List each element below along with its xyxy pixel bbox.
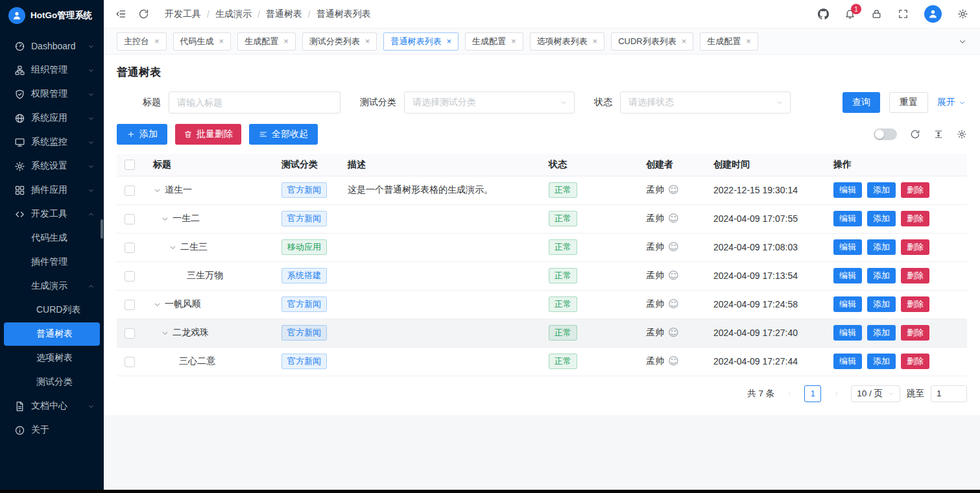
row-add-button[interactable]: 添加	[867, 211, 896, 226]
sidebar-item[interactable]: Dashboard	[4, 34, 100, 58]
sidebar-item[interactable]: 测试分类	[4, 370, 100, 394]
row-add-button[interactable]: 添加	[867, 325, 896, 341]
jump-to-input[interactable]	[931, 385, 967, 402]
tab-close-icon[interactable]: ×	[746, 37, 751, 45]
row-checkbox[interactable]	[125, 243, 135, 253]
search-button[interactable]: 查询	[843, 92, 880, 113]
tab-close-icon[interactable]: ×	[365, 37, 370, 45]
category-select[interactable]: 请选择测试分类	[404, 91, 575, 114]
tab[interactable]: 代码生成×	[173, 32, 232, 51]
sidebar-item[interactable]: CURD列表	[4, 298, 100, 322]
title-input[interactable]	[169, 91, 341, 114]
sidebar-item[interactable]: 开发工具	[4, 202, 100, 226]
next-page-button[interactable]	[828, 385, 844, 402]
tab-close-icon[interactable]: ×	[682, 37, 687, 45]
row-checkbox[interactable]	[125, 357, 135, 367]
expand-arrow-icon[interactable]	[161, 215, 169, 223]
tab-close-icon[interactable]: ×	[511, 37, 516, 45]
sidebar-item[interactable]: 插件管理	[4, 250, 100, 274]
delete-button[interactable]: 删除	[901, 354, 929, 369]
sidebar-item[interactable]: 系统应用	[4, 106, 100, 130]
tab-options-chevron-icon[interactable]	[958, 37, 967, 46]
sidebar-scrollbar[interactable]	[101, 219, 103, 239]
sidebar-item[interactable]: 代码生成	[4, 226, 100, 250]
sidebar-item[interactable]: 权限管理	[4, 82, 100, 106]
edit-button[interactable]: 编辑	[833, 239, 862, 255]
tab[interactable]: 测试分类列表×	[302, 32, 377, 51]
expand-link[interactable]: 展开	[937, 97, 966, 108]
edit-button[interactable]: 编辑	[833, 268, 862, 283]
add-button[interactable]: 添加	[117, 124, 167, 145]
sidebar-item[interactable]: 组织管理	[4, 58, 100, 82]
app-logo-row[interactable]: HotGo管理系统	[0, 0, 104, 31]
row-add-button[interactable]: 添加	[867, 268, 896, 283]
sidebar-collapse-icon[interactable]	[115, 8, 126, 19]
batch-delete-button[interactable]: 批量删除	[175, 124, 241, 145]
user-avatar[interactable]	[924, 5, 942, 23]
table-refresh-icon[interactable]	[910, 129, 920, 139]
tab-close-icon[interactable]: ×	[446, 37, 451, 45]
row-checkbox[interactable]	[125, 186, 135, 196]
breadcrumb-item[interactable]: 普通树表	[266, 8, 302, 20]
sidebar-item[interactable]: 插件应用	[4, 178, 100, 202]
page-refresh-icon[interactable]	[138, 8, 149, 19]
delete-button[interactable]: 删除	[901, 296, 929, 312]
expand-arrow-icon[interactable]	[161, 329, 169, 337]
row-add-button[interactable]: 添加	[867, 182, 896, 198]
row-add-button[interactable]: 添加	[867, 354, 896, 369]
notification-bell-icon[interactable]: 1	[844, 8, 855, 19]
column-height-icon[interactable]	[933, 129, 944, 139]
sidebar-item[interactable]: 系统监控	[4, 130, 100, 154]
tab[interactable]: 选项树表列表×	[530, 32, 605, 51]
row-checkbox[interactable]	[125, 300, 135, 310]
tab-close-icon[interactable]: ×	[593, 37, 598, 45]
tab[interactable]: 主控台×	[117, 32, 167, 51]
page-number-button[interactable]: 1	[804, 385, 821, 402]
select-all-checkbox[interactable]	[125, 160, 135, 170]
delete-button[interactable]: 删除	[901, 211, 929, 226]
lock-icon[interactable]	[871, 8, 882, 19]
tab[interactable]: 生成配置×	[465, 32, 523, 51]
fullscreen-icon[interactable]	[898, 8, 909, 19]
prev-page-button[interactable]	[781, 385, 798, 402]
tab[interactable]: 生成配置×	[700, 32, 758, 51]
edit-button[interactable]: 编辑	[833, 296, 862, 312]
github-icon[interactable]	[818, 8, 829, 19]
tab-close-icon[interactable]: ×	[154, 37, 160, 45]
status-select[interactable]: 请选择状态	[620, 91, 791, 114]
toggle-switch[interactable]	[874, 128, 897, 140]
sidebar-item[interactable]: 文档中心	[4, 394, 100, 418]
row-checkbox[interactable]	[125, 271, 135, 282]
page-size-select[interactable]: 10 / 页	[851, 385, 900, 402]
expand-arrow-icon[interactable]	[153, 186, 161, 195]
breadcrumb-item[interactable]: 生成演示	[215, 8, 252, 20]
delete-button[interactable]: 删除	[901, 325, 929, 341]
sidebar-item[interactable]: 关于	[4, 418, 100, 442]
expand-arrow-icon[interactable]	[169, 243, 177, 252]
tab-close-icon[interactable]: ×	[219, 37, 224, 45]
edit-button[interactable]: 编辑	[833, 354, 862, 369]
edit-button[interactable]: 编辑	[833, 182, 862, 198]
sidebar-item[interactable]: 系统设置	[4, 154, 100, 178]
table-settings-icon[interactable]	[957, 129, 967, 139]
reset-button[interactable]: 重置	[889, 92, 928, 113]
expand-arrow-icon[interactable]	[153, 300, 161, 309]
row-checkbox[interactable]	[125, 328, 135, 339]
edit-button[interactable]: 编辑	[833, 325, 862, 341]
tab[interactable]: 生成配置×	[237, 32, 296, 51]
row-checkbox[interactable]	[125, 214, 135, 224]
tab-close-icon[interactable]: ×	[283, 37, 289, 45]
sidebar-item[interactable]: 普通树表	[4, 322, 100, 346]
collapse-all-button[interactable]: 全部收起	[249, 124, 318, 145]
sidebar-item[interactable]: 生成演示	[4, 274, 100, 298]
settings-gear-icon[interactable]	[957, 8, 968, 19]
tab[interactable]: CUDR列表列表×	[611, 32, 693, 51]
sidebar-item[interactable]: 选项树表	[4, 346, 100, 370]
breadcrumb-item[interactable]: 普通树表列表	[317, 8, 371, 20]
delete-button[interactable]: 删除	[901, 182, 929, 198]
delete-button[interactable]: 删除	[901, 239, 929, 255]
tab[interactable]: 普通树表列表×	[383, 32, 459, 51]
edit-button[interactable]: 编辑	[833, 211, 862, 226]
breadcrumb-item[interactable]: 开发工具	[165, 8, 201, 20]
delete-button[interactable]: 删除	[901, 268, 929, 283]
